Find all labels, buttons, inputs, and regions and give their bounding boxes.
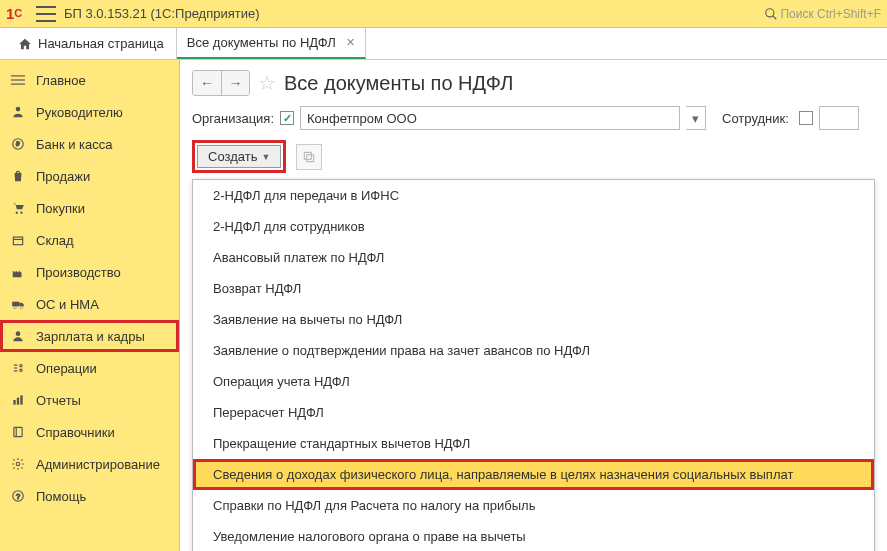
tabs-bar: Начальная страница Все документы по НДФЛ… xyxy=(0,28,887,60)
tab-documents-label: Все документы по НДФЛ xyxy=(187,35,336,50)
sidebar-item-label: Справочники xyxy=(36,425,115,440)
sidebar-item-label: Продажи xyxy=(36,169,90,184)
menu-item-0[interactable]: 2-НДФЛ для передачи в ИФНС xyxy=(193,180,874,211)
svg-rect-3 xyxy=(11,79,25,80)
sidebar-item-12[interactable]: Администрирование xyxy=(0,448,179,480)
nav-arrows: ← → xyxy=(192,70,250,96)
top-toolbar: 1С БП 3.0.153.21 (1С:Предприятие) Поиск … xyxy=(0,0,887,28)
sidebar-item-label: Отчеты xyxy=(36,393,81,408)
sidebar-item-10[interactable]: Отчеты xyxy=(0,384,179,416)
sidebar-item-3[interactable]: Продажи xyxy=(0,160,179,192)
copy-icon xyxy=(302,150,316,164)
sidebar-item-label: Помощь xyxy=(36,489,86,504)
menu-item-3[interactable]: Возврат НДФЛ xyxy=(193,273,874,304)
sidebar-item-0[interactable]: Главное xyxy=(0,64,179,96)
svg-rect-25 xyxy=(307,154,314,161)
org-value: Конфетпром ООО xyxy=(307,111,417,126)
app-logo: 1С xyxy=(6,4,30,24)
person-icon xyxy=(10,104,26,120)
tab-home-label: Начальная страница xyxy=(38,36,164,51)
sidebar-item-7[interactable]: ОС и НМА xyxy=(0,288,179,320)
svg-point-13 xyxy=(20,306,22,308)
menu-item-5[interactable]: Заявление о подтверждении права на зачет… xyxy=(193,335,874,366)
ops-icon xyxy=(10,360,26,376)
menu-item-1[interactable]: 2-НДФЛ для сотрудников xyxy=(193,211,874,242)
menu-item-11[interactable]: Уведомление налогового органа о праве на… xyxy=(193,521,874,551)
favorite-star-icon[interactable]: ☆ xyxy=(258,71,276,95)
main-menu-icon[interactable] xyxy=(36,6,56,22)
svg-point-9 xyxy=(20,212,22,214)
employee-input[interactable] xyxy=(819,106,859,130)
svg-rect-10 xyxy=(13,237,22,245)
copy-button[interactable] xyxy=(296,144,322,170)
org-label: Организация: xyxy=(192,111,274,126)
help-icon: ? xyxy=(10,488,26,504)
box-icon xyxy=(10,232,26,248)
org-input[interactable]: Конфетпром ООО xyxy=(300,106,680,130)
page-title: Все документы по НДФЛ xyxy=(284,72,513,95)
menu-item-7[interactable]: Перерасчет НДФЛ xyxy=(193,397,874,428)
svg-point-15 xyxy=(20,365,22,367)
sidebar-item-label: Банк и касса xyxy=(36,137,113,152)
sidebar-item-label: Администрирование xyxy=(36,457,160,472)
search-icon xyxy=(764,7,778,21)
menu-item-2[interactable]: Авансовый платеж по НДФЛ xyxy=(193,242,874,273)
sidebar-item-5[interactable]: Склад xyxy=(0,224,179,256)
close-tab-icon[interactable]: ✕ xyxy=(346,36,355,49)
menu-item-4[interactable]: Заявление на вычеты по НДФЛ xyxy=(193,304,874,335)
truck-icon xyxy=(10,296,26,312)
menu-item-8[interactable]: Прекращение стандартных вычетов НДФЛ xyxy=(193,428,874,459)
nav-forward-button[interactable]: → xyxy=(221,71,249,95)
sidebar-item-6[interactable]: Производство xyxy=(0,256,179,288)
menu-item-9[interactable]: Сведения о доходах физического лица, нап… xyxy=(193,459,874,490)
chart-icon xyxy=(10,392,26,408)
sidebar-item-1[interactable]: Руководителю xyxy=(0,96,179,128)
svg-text:₽: ₽ xyxy=(16,140,20,147)
employee-label: Сотрудник: xyxy=(722,111,789,126)
org-checkbox[interactable]: ✓ xyxy=(280,111,294,125)
dropdown-arrow-icon: ▼ xyxy=(261,152,270,162)
app-title: БП 3.0.153.21 (1С:Предприятие) xyxy=(64,6,764,21)
bag-icon xyxy=(10,168,26,184)
global-search[interactable]: Поиск Ctrl+Shift+F xyxy=(764,7,881,21)
sidebar-item-9[interactable]: Операции xyxy=(0,352,179,384)
svg-rect-17 xyxy=(13,400,15,405)
svg-point-8 xyxy=(16,212,18,214)
svg-point-5 xyxy=(16,107,21,112)
create-button-highlight: Создать ▼ xyxy=(192,140,286,173)
sidebar-item-2[interactable]: ₽Банк и касса xyxy=(0,128,179,160)
svg-text:?: ? xyxy=(16,492,20,501)
sidebar-item-8[interactable]: Зарплата и кадры xyxy=(0,320,179,352)
factory-icon xyxy=(10,264,26,280)
gear-icon xyxy=(10,456,26,472)
svg-rect-20 xyxy=(14,427,22,436)
sidebar: ГлавноеРуководителю₽Банк и кассаПродажиП… xyxy=(0,60,180,551)
svg-rect-2 xyxy=(11,75,25,76)
sidebar-item-13[interactable]: ?Помощь xyxy=(0,480,179,512)
tab-documents[interactable]: Все документы по НДФЛ ✕ xyxy=(177,28,366,59)
svg-rect-19 xyxy=(20,395,22,404)
create-button[interactable]: Создать ▼ xyxy=(197,145,281,168)
home-icon xyxy=(18,37,32,51)
org-dropdown-icon[interactable]: ▾ xyxy=(686,106,706,130)
sidebar-item-label: Склад xyxy=(36,233,74,248)
sidebar-item-label: Зарплата и кадры xyxy=(36,329,145,344)
svg-rect-26 xyxy=(305,152,312,159)
nav-back-button[interactable]: ← xyxy=(193,71,221,95)
coin-icon: ₽ xyxy=(10,136,26,152)
svg-point-0 xyxy=(766,8,774,16)
sidebar-item-4[interactable]: Покупки xyxy=(0,192,179,224)
sidebar-item-label: Главное xyxy=(36,73,86,88)
create-button-label: Создать xyxy=(208,149,257,164)
menu-item-6[interactable]: Операция учета НДФЛ xyxy=(193,366,874,397)
search-placeholder: Поиск Ctrl+Shift+F xyxy=(780,7,881,21)
employee-checkbox[interactable] xyxy=(799,111,813,125)
sidebar-item-label: Производство xyxy=(36,265,121,280)
tab-home[interactable]: Начальная страница xyxy=(6,28,177,59)
sidebar-item-11[interactable]: Справочники xyxy=(0,416,179,448)
sidebar-item-label: ОС и НМА xyxy=(36,297,99,312)
svg-point-14 xyxy=(16,331,21,336)
content-area: ← → ☆ Все документы по НДФЛ Организация:… xyxy=(180,60,887,551)
menu-item-10[interactable]: Справки по НДФЛ для Расчета по налогу на… xyxy=(193,490,874,521)
menu-icon xyxy=(10,72,26,88)
